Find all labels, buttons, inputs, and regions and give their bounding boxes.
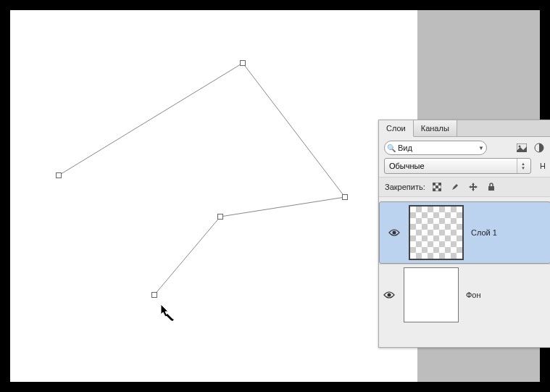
lock-label: Закрепить: [385,183,425,191]
layer-filter-label: Вид [398,143,476,152]
svg-rect-9 [488,186,494,191]
layer-name[interactable]: Фон [463,291,481,299]
svg-rect-4 [433,183,436,185]
lock-bar: Закрепить: [379,177,550,197]
layer-row[interactable]: Фон [379,264,550,325]
lock-pixels-icon[interactable] [430,180,443,193]
vector-path[interactable] [10,10,417,382]
stepper-icon: ▲▼ [517,159,529,173]
lock-move-icon[interactable] [467,180,480,193]
svg-point-10 [393,231,396,235]
eye-icon [383,291,395,299]
path-anchor[interactable] [151,292,157,298]
blend-mode-value: Обычные [389,162,425,170]
svg-rect-7 [433,188,436,191]
app-frame: Слои Каналы 🔍 Вид ▼ Обычные ▲▼ Н [10,10,540,382]
chevron-down-icon: ▼ [476,145,486,151]
svg-point-11 [388,293,391,297]
opacity-label: Н [540,162,546,170]
layers-list: Слой 1 Фон [379,197,550,347]
visibility-toggle[interactable] [379,291,399,299]
layers-panel: Слои Каналы 🔍 Вид ▼ Обычные ▲▼ Н [378,120,550,348]
search-icon: 🔍 [385,144,398,152]
layer-filter-select[interactable]: 🔍 Вид ▼ [384,141,487,155]
tab-channels[interactable]: Каналы [414,120,457,136]
tab-layers[interactable]: Слои [379,120,414,137]
path-anchor[interactable] [342,194,348,200]
panel-tabs: Слои Каналы [379,120,550,137]
path-anchor[interactable] [217,214,223,220]
layer-row[interactable]: Слой 1 [379,201,550,264]
image-filter-icon[interactable] [515,141,528,154]
visibility-toggle[interactable] [384,228,404,237]
adjustment-filter-icon[interactable] [533,141,546,154]
canvas[interactable] [10,10,417,382]
lock-brush-icon[interactable] [449,180,462,193]
layer-thumbnail[interactable] [409,205,464,260]
path-anchor[interactable] [240,60,246,66]
blend-mode-select[interactable]: Обычные ▲▼ [384,158,531,174]
eye-icon [388,228,400,237]
layer-name[interactable]: Слой 1 [468,228,497,237]
layer-thumbnail[interactable] [404,267,459,322]
svg-rect-8 [438,188,441,191]
svg-rect-6 [436,185,438,188]
lock-all-icon[interactable] [485,180,498,193]
path-anchor[interactable] [56,172,62,178]
svg-rect-5 [438,183,441,185]
